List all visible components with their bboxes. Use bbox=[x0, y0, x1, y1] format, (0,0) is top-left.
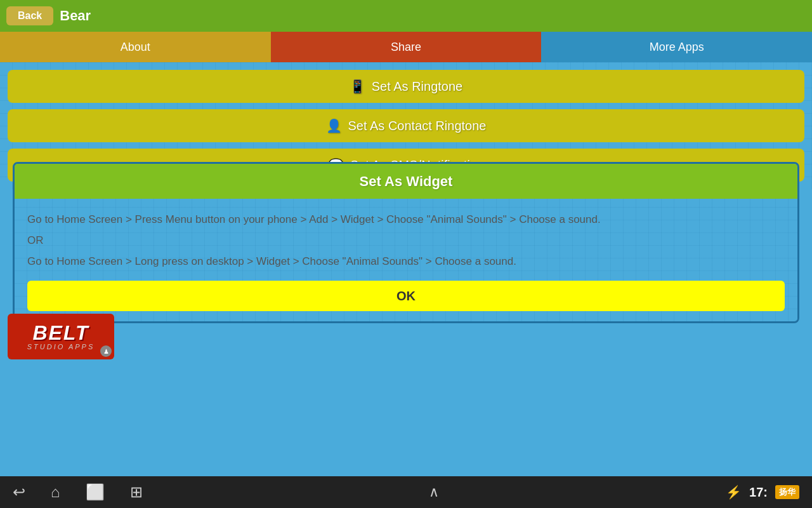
set-contact-ringtone-button[interactable]: 👤 Set As Contact Ringtone bbox=[8, 109, 804, 142]
tab-share[interactable]: Share bbox=[271, 32, 542, 62]
app-title: Bear bbox=[60, 8, 91, 24]
home-nav-icon[interactable]: ⌂ bbox=[51, 483, 60, 501]
dialog-title: Set As Widget bbox=[360, 173, 453, 190]
dialog-ok-button[interactable]: OK bbox=[27, 281, 785, 311]
set-as-widget-dialog: Set As Widget Go to Home Screen > Press … bbox=[13, 162, 799, 323]
recents-nav-icon[interactable]: ⬜ bbox=[86, 483, 105, 501]
tab-bar: About Share More Apps bbox=[0, 32, 812, 62]
dialog-or: OR bbox=[27, 234, 785, 247]
nav-center-chevron[interactable]: ∧ bbox=[429, 484, 439, 500]
scan-nav-icon[interactable]: ⊞ bbox=[130, 483, 143, 501]
usb-icon: ⚡ bbox=[726, 485, 742, 500]
nav-right-area: ⚡ 17: 扬华 bbox=[726, 485, 799, 500]
nav-time: 17: bbox=[749, 485, 768, 500]
back-nav-icon[interactable]: ↩ bbox=[13, 483, 25, 501]
dialog-instruction-2: Go to Home Screen > Long press on deskto… bbox=[27, 253, 785, 270]
belt-logo-badge: ♟ bbox=[100, 345, 112, 357]
belt-logo-sub: STUDIO APPS bbox=[27, 343, 95, 351]
contact-icon: 👤 bbox=[326, 118, 342, 133]
back-button[interactable]: Back bbox=[6, 6, 53, 25]
tab-about[interactable]: About bbox=[0, 32, 271, 62]
belt-logo-text: BELT bbox=[32, 323, 89, 343]
belt-logo-area[interactable]: BELT STUDIO APPS ♟ bbox=[8, 314, 114, 359]
dialog-instruction-1: Go to Home Screen > Press Menu button on… bbox=[27, 211, 785, 228]
brand-logo: 扬华 bbox=[775, 485, 799, 499]
ringtone-icon: 📱 bbox=[350, 79, 365, 94]
belt-logo-box: BELT STUDIO APPS ♟ bbox=[8, 314, 114, 359]
set-ringtone-button[interactable]: 📱 Set As Ringtone bbox=[8, 70, 804, 103]
top-bar: Back Bear bbox=[0, 0, 812, 32]
nav-left-icons: ↩ ⌂ ⬜ ⊞ bbox=[13, 483, 143, 501]
tab-more-apps[interactable]: More Apps bbox=[541, 32, 812, 62]
dialog-body: Go to Home Screen > Press Menu button on… bbox=[15, 199, 797, 321]
brand-name: 扬华 bbox=[775, 485, 799, 499]
dialog-title-bar: Set As Widget bbox=[15, 164, 797, 199]
nav-bar: ↩ ⌂ ⬜ ⊞ ∧ ⚡ 17: 扬华 bbox=[0, 476, 812, 508]
